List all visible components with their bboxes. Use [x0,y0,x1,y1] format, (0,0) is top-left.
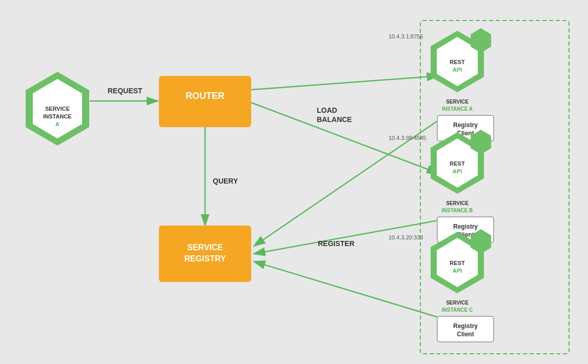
registry-client-b-label1: Registry [453,223,478,230]
service-b-label1: SERVICE [446,200,469,206]
service-a-label1: SERVICE [446,99,469,105]
load-balance-label2: BALANCE [317,115,352,124]
service-b-label2: INSTANCE B [442,208,473,213]
svg-text:API: API [453,168,462,174]
service-registry-label1: SERVICE [187,243,223,252]
service-c-label1: SERVICE [446,300,469,306]
svg-text:REST: REST [450,260,465,266]
service-registry-box [159,226,251,282]
register-label: REGISTER [318,239,355,248]
registry-client-c-label1: Registry [453,322,478,330]
router-label: ROUTER [186,91,225,101]
svg-text:API: API [453,268,462,274]
svg-text:A: A [55,121,59,127]
svg-text:API: API [453,67,462,73]
svg-text:INSTANCE: INSTANCE [43,113,71,119]
service-c-label2: INSTANCE C [442,307,473,313]
service-registry-label2: REGISTRY [184,254,226,263]
svg-text:REST: REST [450,160,465,167]
ip-c-label: 10.4.3.20:333 [389,234,423,240]
request-label: REQUEST [108,87,143,95]
load-balance-label: LOAD [317,106,337,114]
router-box [159,76,251,127]
registry-client-c-label2: Client [457,331,474,338]
svg-rect-0 [0,0,588,364]
registry-client-a-label1: Registry [453,122,478,129]
svg-text:REST: REST [450,59,465,65]
ip-a-label: 10.4.3.1:8756 [389,33,423,39]
svg-text:SERVICE: SERVICE [45,106,70,112]
query-label: QUERY [213,177,238,185]
service-a-label2: INSTANCE A [442,106,473,112]
ip-b-label: 10.4.3.99:4545 [389,135,426,141]
